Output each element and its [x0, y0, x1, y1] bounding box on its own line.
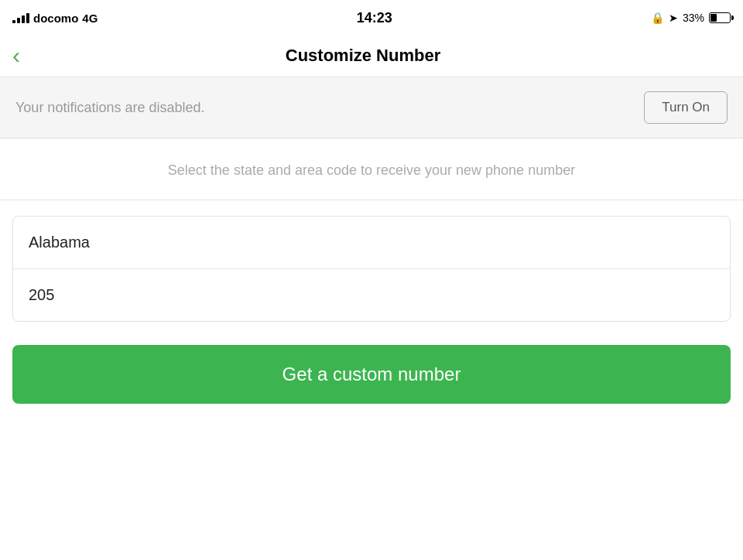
location-icon: ➤ [669, 12, 678, 24]
back-button[interactable]: ‹ [12, 44, 26, 67]
carrier-label: docomo [33, 12, 78, 25]
turn-on-button[interactable]: Turn On [644, 91, 728, 124]
state-selector[interactable]: Alabama [13, 217, 730, 269]
selector-section: Alabama 205 [12, 216, 731, 322]
instruction-section: Select the state and area code to receiv… [0, 138, 743, 200]
notification-text: Your notifications are disabled. [15, 100, 205, 116]
page-title: Customize Number [26, 46, 700, 66]
signal-bars-icon [12, 12, 29, 23]
status-bar: docomo 4G 14:23 🔒 ➤ 33% [0, 0, 743, 34]
area-code-selector[interactable]: 205 [13, 269, 730, 321]
status-right: 🔒 ➤ 33% [651, 12, 731, 24]
instruction-text: Select the state and area code to receiv… [15, 160, 728, 181]
state-value: Alabama [29, 234, 714, 251]
network-label: 4G [82, 12, 98, 25]
status-left: docomo 4G [12, 12, 98, 25]
battery-percent: 33% [683, 12, 704, 24]
notification-banner: Your notifications are disabled. Turn On [0, 77, 743, 138]
status-time: 14:23 [357, 10, 392, 26]
lock-icon: 🔒 [651, 12, 664, 24]
area-code-value: 205 [29, 286, 714, 304]
cta-section: Get a custom number [0, 330, 743, 419]
battery-icon [709, 12, 731, 23]
get-custom-number-button[interactable]: Get a custom number [12, 345, 731, 404]
nav-bar: ‹ Customize Number [0, 34, 743, 77]
